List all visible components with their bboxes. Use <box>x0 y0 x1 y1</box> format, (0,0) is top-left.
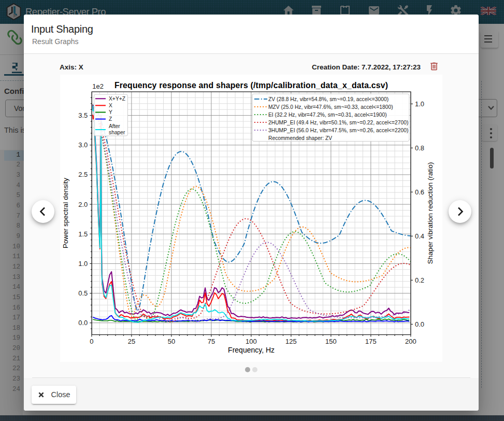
svg-text:3HUMP_EI (56.0 Hz, vibr=47.5%,: 3HUMP_EI (56.0 Hz, vibr=47.5%, sm~=0.26,… <box>268 128 408 133</box>
svg-text:2.0: 2.0 <box>78 201 88 208</box>
svg-text:75: 75 <box>208 338 215 345</box>
svg-text:Y: Y <box>109 109 112 115</box>
svg-text:Shaper vibration reduction (ra: Shaper vibration reduction (ratio) <box>426 162 434 264</box>
svg-text:X+Y+Z: X+Y+Z <box>109 96 125 102</box>
svg-text:0.4: 0.4 <box>415 232 424 240</box>
svg-text:1.5: 1.5 <box>78 230 88 238</box>
svg-text:Frequency response and shapers: Frequency response and shapers (/tmp/cal… <box>114 81 388 90</box>
svg-text:0.8: 0.8 <box>415 144 424 152</box>
svg-text:0.0: 0.0 <box>415 320 424 328</box>
svg-text:2.5: 2.5 <box>78 171 88 178</box>
svg-text:25: 25 <box>128 338 135 345</box>
svg-text:125: 125 <box>285 338 297 345</box>
svg-text:0.2: 0.2 <box>415 276 424 284</box>
svg-text:200: 200 <box>405 338 416 345</box>
svg-text:175: 175 <box>365 338 377 345</box>
svg-text:shaper: shaper <box>109 130 125 135</box>
svg-text:Power spectral density: Power spectral density <box>62 178 69 248</box>
svg-text:0.6: 0.6 <box>415 188 424 196</box>
svg-text:EI (32.2 Hz, vibr=47.2%, sm~=0: EI (32.2 Hz, vibr=47.2%, sm~=0.31, accel… <box>268 112 387 118</box>
svg-text:1e2: 1e2 <box>92 82 104 90</box>
svg-text:1.0: 1.0 <box>415 100 424 108</box>
svg-text:3.0: 3.0 <box>78 141 88 149</box>
svg-text:Z: Z <box>109 116 112 122</box>
svg-text:100: 100 <box>246 338 257 345</box>
svg-text:Recommended shaper: ZV: Recommended shaper: ZV <box>268 135 332 141</box>
svg-text:1.0: 1.0 <box>78 260 88 268</box>
svg-text:X: X <box>109 103 112 108</box>
svg-text:0: 0 <box>90 338 93 345</box>
svg-text:2HUMP_EI (49.4 Hz, vibr=50.1%,: 2HUMP_EI (49.4 Hz, vibr=50.1%, sm~=0.22,… <box>268 120 408 125</box>
svg-text:After: After <box>109 123 120 129</box>
svg-text:0.5: 0.5 <box>78 289 88 297</box>
svg-text:MZV (25.0 Hz, vibr=47.6%, sm~=: MZV (25.0 Hz, vibr=47.6%, sm~=0.33, acce… <box>268 104 393 110</box>
svg-text:150: 150 <box>325 338 337 345</box>
svg-text:50: 50 <box>168 338 175 345</box>
svg-text:0.0: 0.0 <box>78 319 88 327</box>
svg-text:Frequency, Hz: Frequency, Hz <box>228 346 275 354</box>
svg-text:3.5: 3.5 <box>78 111 88 119</box>
svg-text:ZV (28.8 Hz, vibr=54.8%, sm~=0: ZV (28.8 Hz, vibr=54.8%, sm~=0.19, accel… <box>268 96 388 102</box>
